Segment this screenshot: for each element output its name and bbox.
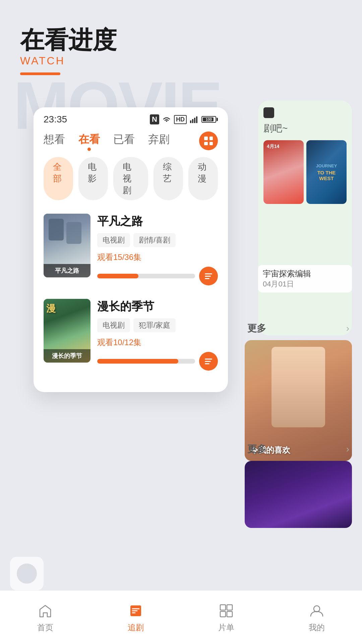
filter-all[interactable]: 全部 bbox=[44, 157, 73, 200]
wifi-icon bbox=[162, 116, 171, 123]
battery-icon: 100 bbox=[201, 116, 218, 123]
right-poster-journey: JOURNEY TO THE WEST bbox=[306, 140, 347, 204]
nfc-icon: N bbox=[150, 114, 159, 124]
bg-card-drama-label: 剧吧~ bbox=[263, 122, 347, 135]
svg-rect-0 bbox=[190, 120, 191, 123]
svg-rect-9 bbox=[227, 605, 232, 610]
background-card: 剧吧~ 4月14 JOURNEY TO THE WEST bbox=[258, 101, 352, 335]
svg-rect-8 bbox=[220, 605, 226, 610]
filter-chips: 全部 电影 电视剧 综艺 动漫 bbox=[34, 157, 228, 208]
movie-poster-manchang: 漫 漫长的季节 bbox=[44, 299, 90, 363]
svg-rect-11 bbox=[227, 611, 232, 617]
progress-text-manchang: 观看10/12集 bbox=[97, 337, 218, 348]
page-title-en: WATCH bbox=[20, 55, 342, 67]
nav-item-home[interactable]: 首页 bbox=[12, 602, 79, 633]
track-icon bbox=[127, 602, 144, 620]
filter-tv[interactable]: 电视剧 bbox=[113, 157, 148, 200]
playlist-button-manchang[interactable] bbox=[199, 352, 218, 371]
more-section-2-poster[interactable] bbox=[245, 461, 352, 528]
nav-label-profile: 我的 bbox=[309, 622, 325, 633]
tab-dropped[interactable]: 弃剧 bbox=[148, 132, 170, 150]
status-bar: 23:35 N HD 100 bbox=[34, 107, 228, 128]
movie-tags-manchang: 电视剧 犯罪/家庭 bbox=[97, 318, 218, 332]
hd-badge: HD bbox=[174, 115, 187, 124]
nav-item-track[interactable]: 追剧 bbox=[102, 602, 169, 633]
tag-genre-pingfan: 剧情/喜剧 bbox=[133, 233, 176, 247]
more-section-1-arrow[interactable]: › bbox=[346, 323, 349, 334]
status-icons: N HD 100 bbox=[150, 114, 218, 124]
movie-info-manchang: 漫长的季节 电视剧 犯罪/家庭 观看10/12集 bbox=[97, 299, 218, 371]
tab-watched[interactable]: 已看 bbox=[113, 132, 135, 150]
nav-item-profile[interactable]: 我的 bbox=[283, 602, 350, 633]
tag-type-pingfan: 电视剧 bbox=[97, 233, 130, 247]
movie-poster-pingfan: 平凡之路 bbox=[44, 214, 90, 277]
progress-bar-fill-manchang bbox=[97, 359, 178, 364]
svg-rect-3 bbox=[196, 116, 197, 123]
progress-bar-fill-pingfan bbox=[97, 274, 138, 278]
progress-bar-bg-pingfan bbox=[97, 274, 195, 278]
more-section-1-title: 更多 bbox=[247, 322, 266, 335]
filter-anime[interactable]: 动漫 bbox=[188, 157, 218, 200]
more-section-2-arrow[interactable]: › bbox=[346, 444, 349, 454]
tabs-bar: 想看 在看 已看 弃剧 bbox=[34, 128, 228, 157]
movie-info-pingfan: 平凡之路 电视剧 剧情/喜剧 观看15/36集 bbox=[97, 214, 218, 285]
tab-want-to-watch[interactable]: 想看 bbox=[44, 132, 65, 150]
playlist-button-pingfan[interactable] bbox=[199, 267, 218, 285]
svg-rect-2 bbox=[194, 118, 195, 123]
bottom-navigation: 首页 追剧 片单 bbox=[0, 590, 362, 644]
tab-watching[interactable]: 在看 bbox=[78, 132, 100, 150]
signal-icon bbox=[189, 116, 199, 123]
movie-title-pingfan: 平凡之路 bbox=[97, 214, 218, 229]
title-underline bbox=[20, 72, 60, 75]
status-time: 23:35 bbox=[44, 114, 67, 125]
progress-row-pingfan bbox=[97, 267, 218, 285]
more-section-1-header: 更多 › bbox=[245, 322, 352, 335]
page-header: 在看进度 WATCH bbox=[0, 0, 362, 85]
more-section-2: 更多 › bbox=[245, 443, 352, 528]
movie-title-manchang: 漫长的季节 bbox=[97, 299, 218, 314]
more-section-2-header: 更多 › bbox=[245, 443, 352, 455]
more-section-2-title: 更多 bbox=[247, 443, 266, 455]
right-movie-label: 宇宙探索编辑 04月01日 bbox=[258, 265, 352, 292]
movie-item-pingfan[interactable]: 平凡之路 平凡之路 电视剧 剧情/喜剧 观看15/36集 bbox=[34, 208, 228, 293]
more-section-1: 更多 › 令我的喜欢 bbox=[245, 322, 352, 461]
home-icon bbox=[37, 602, 54, 620]
right-movie-name: 宇宙探索编辑 bbox=[263, 268, 347, 279]
page-title-cn: 在看进度 bbox=[20, 27, 342, 53]
list-icon bbox=[218, 602, 235, 620]
filter-variety[interactable]: 综艺 bbox=[154, 157, 183, 200]
nav-label-home: 首页 bbox=[37, 622, 53, 633]
right-poster-fashion: 4月14 bbox=[263, 140, 304, 204]
progress-bar-bg-manchang bbox=[97, 359, 195, 364]
right-movie-date: 04月01日 bbox=[263, 279, 347, 289]
tag-genre-manchang: 犯罪/家庭 bbox=[133, 318, 176, 332]
nav-item-list[interactable]: 片单 bbox=[193, 602, 260, 633]
bg-card-nfc-icon bbox=[263, 107, 274, 118]
filter-movie[interactable]: 电影 bbox=[78, 157, 108, 200]
main-card: 23:35 N HD 100 bbox=[34, 107, 228, 392]
progress-text-pingfan: 观看15/36集 bbox=[97, 252, 218, 263]
svg-point-12 bbox=[314, 606, 320, 612]
progress-row-manchang bbox=[97, 352, 218, 371]
profile-icon bbox=[308, 602, 325, 620]
svg-rect-1 bbox=[192, 119, 193, 123]
nav-label-list: 片单 bbox=[218, 622, 234, 633]
tag-type-manchang: 电视剧 bbox=[97, 318, 130, 332]
bottom-deco bbox=[10, 557, 44, 590]
movie-tags-pingfan: 电视剧 剧情/喜剧 bbox=[97, 233, 218, 247]
menu-grid-button[interactable] bbox=[199, 131, 218, 150]
nav-label-track: 追剧 bbox=[128, 622, 144, 633]
svg-rect-10 bbox=[220, 611, 226, 617]
movie-item-manchang[interactable]: 漫 漫长的季节 漫长的季节 电视剧 犯罪/家庭 观看10/12集 bbox=[34, 293, 228, 379]
